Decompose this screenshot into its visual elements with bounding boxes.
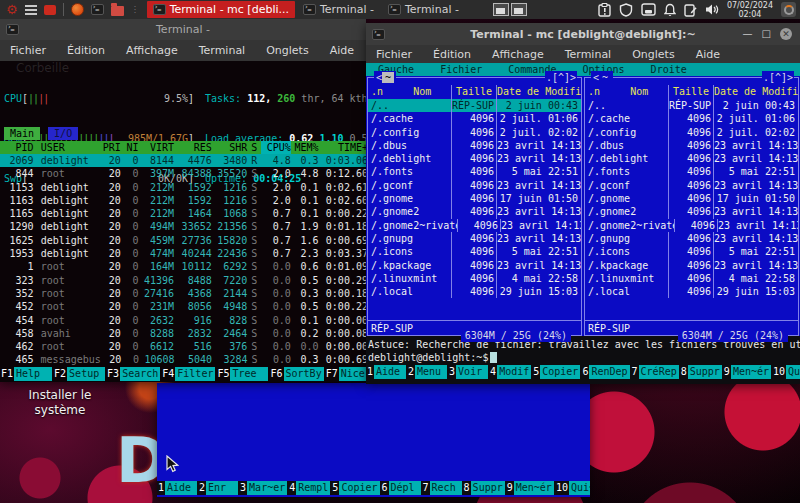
fkey-1[interactable]: 1Aide	[157, 481, 197, 495]
mc-file-row[interactable]: /.gnome2409623 avril 14:13	[585, 205, 798, 218]
menu-item-onglets[interactable]: Onglets	[266, 44, 308, 57]
mc-file-row[interactable]: /.dbus409623 avril 14:13	[368, 139, 581, 152]
tab-io[interactable]: I/O	[48, 127, 78, 140]
mc-file-row[interactable]: /.gnupg409623 avril 14:13	[368, 232, 581, 245]
mc-file-row[interactable]: /.gnome2409623 avril 14:13	[368, 205, 581, 218]
fkey-f5[interactable]: F5Tree	[216, 367, 268, 381]
mc-file-row[interactable]: /.dbus409623 avril 14:13	[585, 139, 798, 152]
menu-item-edition[interactable]: Édition	[433, 48, 471, 61]
close-button[interactable]: ✕	[780, 28, 792, 40]
fkey-1[interactable]: 1Aide	[366, 365, 406, 379]
fkey-f3[interactable]: F3Search	[106, 367, 160, 381]
mc-file-row[interactable]: /.local409629 juin 15:03	[585, 285, 798, 298]
mc-file-row[interactable]: /.gnome2~rivate409623 avril 14:13	[368, 219, 581, 232]
fkey-9[interactable]: 9Men~ér	[506, 481, 554, 495]
fkey-f7[interactable]: F7Nice -	[325, 367, 366, 381]
show-desktop-icon[interactable]	[44, 5, 56, 15]
htop-col-user[interactable]: USER	[34, 141, 97, 154]
fkey-7[interactable]: 7Rech	[422, 481, 462, 495]
htop-process-row[interactable]: 323root2004139684887220S0.00.50:00.29	[0, 274, 366, 287]
menu-hamburger-icon[interactable]	[25, 5, 37, 15]
mc-file-row[interactable]: /.gnupg409623 avril 14:13	[585, 232, 798, 245]
menu-item-affichage[interactable]: Affichage	[492, 48, 544, 61]
fkey-6[interactable]: 6RenDep	[581, 365, 629, 379]
taskbar-window-button-3[interactable]: Terminal -	[382, 1, 465, 18]
fkey-10[interactable]: 10Qui~er	[555, 481, 590, 495]
file-manager-launcher-icon[interactable]	[111, 6, 124, 16]
menu-item-droite[interactable]: Droite	[651, 63, 687, 76]
fkey-9[interactable]: 9Men~ér	[723, 365, 771, 379]
menu-item-edition[interactable]: Édition	[67, 44, 105, 57]
mc-file-row[interactable]: /.fonts40965 mai 22:51	[368, 165, 581, 178]
fkey-4[interactable]: 4Rempl	[288, 481, 330, 495]
htop-process-row[interactable]: 1625deblight200459M2773615820S0.71.60:00…	[0, 234, 366, 247]
fkey-3[interactable]: 3Mar~er	[239, 481, 287, 495]
mc-file-row[interactable]: /.cache40962 juil. 01:06	[585, 112, 798, 125]
htop-col-s[interactable]: S	[247, 141, 261, 154]
htop-process-row[interactable]: 1163deblight200212M15921216S2.00.10:02.6…	[0, 194, 366, 207]
mc-shell-prompt[interactable]: deblight@deblight:~$	[366, 351, 800, 364]
htop-process-row[interactable]: 352root2002741643682144S0.00.30:00.18	[0, 287, 366, 300]
menu-item-terminal[interactable]: Terminal	[565, 48, 612, 61]
fkey-f1[interactable]: F1Help	[0, 367, 52, 381]
mc-file-row[interactable]: /.gnome2~rivate409623 avril 14:13	[585, 219, 798, 232]
fkey-f4[interactable]: F4Filter	[161, 367, 215, 381]
htop-col-ni[interactable]: NI	[121, 141, 139, 154]
fkey-7[interactable]: 7CréRep	[631, 365, 679, 379]
editor-terminal-window[interactable]: 1Aide2Enr3Mar~er4Rempl5Copier6Dépl7Rech8…	[157, 383, 590, 497]
menu-item-fichier[interactable]: Fichier	[440, 63, 482, 76]
maximize-button[interactable]: □	[762, 29, 771, 39]
mc-right-panel-corner[interactable]: .[^]>	[762, 71, 794, 84]
htop-process-row[interactable]: 465messagebus2001060850403284S0.00.30:00…	[0, 353, 366, 366]
mc-file-row[interactable]: /.linuxmint40964 mai 22:58	[368, 272, 581, 285]
shield-icon[interactable]	[619, 3, 633, 17]
mc-file-row[interactable]: /.kpackage409623 avril 14:13	[368, 259, 581, 272]
mc-file-row[interactable]: /..RÉP-SUP2 juin 00:43	[368, 99, 581, 112]
tab-main[interactable]: Main	[4, 127, 40, 140]
htop-process-row[interactable]: 1953deblight200474M4024422436S0.72.30:03…	[0, 247, 366, 260]
fkey-5[interactable]: 5Copier	[331, 481, 379, 495]
taskbar-window-button-2[interactable]: Terminal -	[297, 1, 380, 18]
htop-process-row[interactable]: 458avahi200828828322464S0.00.20:00.08	[0, 327, 366, 340]
bell-icon[interactable]	[664, 3, 676, 17]
mc-file-row[interactable]: /.gnome409617 juin 01:50	[585, 192, 798, 205]
right-terminal-titlebar[interactable]: Terminal - mc [deblight@deblight]:~ — □ …	[366, 23, 800, 45]
fkey-4[interactable]: 4Modif	[489, 365, 531, 379]
mc-file-row[interactable]: /.fonts40965 mai 22:51	[585, 165, 798, 178]
mc-right-panel-path[interactable]: <~	[591, 71, 613, 84]
fkey-6[interactable]: 6Dépl	[381, 481, 421, 495]
menu-item-aide[interactable]: Aide	[696, 48, 720, 61]
mc-file-row[interactable]: /.icons40965 mai 22:51	[368, 245, 581, 258]
app-menu-icon[interactable]: ⚙	[6, 3, 18, 16]
workspace-switcher[interactable]	[493, 3, 527, 16]
mc-file-row[interactable]: /..RÉP-SUP2 juin 00:43	[585, 99, 798, 112]
clock[interactable]: 07/02/202402:04	[727, 1, 773, 19]
workspace-2[interactable]	[511, 3, 527, 16]
menu-item-onglets[interactable]: Onglets	[632, 48, 674, 61]
htop-col-time+[interactable]: TIME+	[319, 141, 366, 154]
mc-file-row[interactable]: /.kpackage409623 avril 14:13	[585, 259, 798, 272]
volume-icon[interactable]	[705, 3, 719, 16]
htop-process-row[interactable]: 844root200397M8438835520S2.04.80:12.60	[0, 167, 366, 180]
htop-process-row[interactable]: 454root2002632916828S0.00.10:00.00	[0, 314, 366, 327]
mc-file-row[interactable]: /.gconf409623 avril 14:13	[368, 179, 581, 192]
htop-process-row[interactable]: 1153deblight200212M15921216S2.00.10:02.6…	[0, 181, 366, 194]
fkey-10[interactable]: 10Qui~er	[772, 365, 800, 379]
desktop-icon-installer-label[interactable]: Installer le système	[6, 388, 114, 418]
mc-file-row[interactable]: /.icons40965 mai 22:51	[585, 245, 798, 258]
htop-process-row[interactable]: 1290deblight200494M3365221356S0.71.90:01…	[0, 220, 366, 233]
htop-col-res[interactable]: RES	[174, 141, 212, 154]
htop-col-virt[interactable]: VIRT	[139, 141, 175, 154]
update-manager-icon[interactable]	[781, 2, 796, 17]
workspace-1[interactable]	[493, 3, 509, 16]
menu-item-aide[interactable]: Aide	[330, 44, 354, 57]
clipboard-edit-icon[interactable]	[684, 3, 697, 17]
clipboard-alert-icon[interactable]	[598, 3, 611, 17]
menu-item-terminal[interactable]: Terminal	[199, 44, 246, 57]
mc-file-row[interactable]: /.linuxmint40964 mai 22:58	[585, 272, 798, 285]
fkey-f6[interactable]: F6SortBy	[269, 367, 323, 381]
fkey-2[interactable]: 2Menu	[407, 365, 447, 379]
mc-file-row[interactable]: /.config40962 juil. 02:02	[585, 126, 798, 139]
htop-process-row[interactable]: 452root200231M80564948S0.00.50:00.22	[0, 300, 366, 313]
mc-file-row[interactable]: /.deblight409623 avril 14:13	[368, 152, 581, 165]
